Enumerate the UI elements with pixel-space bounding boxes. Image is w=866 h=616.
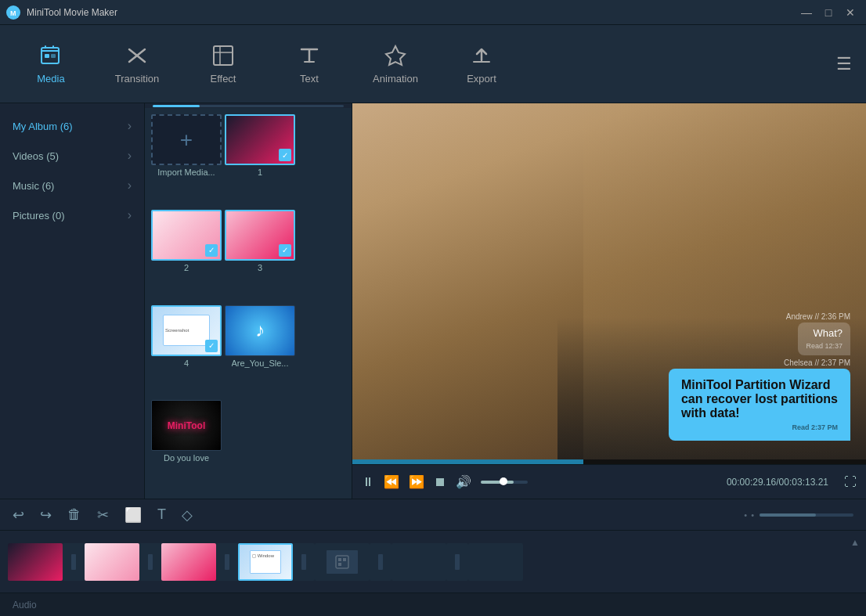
timecode: 00:00:29.16/00:03:13.21 [727, 477, 828, 488]
redo-button[interactable]: ↪ [40, 506, 52, 524]
media-item-3[interactable]: ✓ 3 [225, 210, 295, 302]
crop-button[interactable]: ⬜ [124, 506, 142, 524]
check-icon: ✓ [279, 149, 291, 161]
svg-rect-8 [338, 558, 341, 561]
toolbar-text-label: Text [300, 73, 319, 85]
timeline-item-3[interactable] [161, 543, 216, 581]
media-thumb-4: Screenshot ✓ [151, 305, 222, 356]
timeline-scroll-area[interactable]: ◻ Window [0, 531, 866, 593]
timeline-separator-6 [446, 543, 468, 581]
timeline-item-7[interactable] [468, 543, 523, 581]
toolbar-item-text[interactable]: Text [266, 29, 352, 99]
preview-panel: Andrew // 2:36 PM What? Read 12:37 Chels… [352, 103, 866, 499]
sidebar-item-my-album[interactable]: My Album (6) › [0, 111, 144, 141]
effect-tool-button[interactable]: ◇ [182, 506, 193, 524]
stop-button[interactable]: ⏹ [434, 475, 446, 489]
media-grid: + Import Media... ✓ 1 ✓ 2 ✓ [145, 108, 352, 499]
volume-icon[interactable]: 🔊 [456, 474, 471, 489]
timeline-area: ↩ ↪ 🗑 ✂ ⬜ T ◇ • • ▲ [0, 499, 866, 593]
pause-button[interactable]: ⏸ [362, 475, 374, 489]
media-item-space[interactable]: MiniTool Do you love [151, 400, 222, 492]
text-tool-button[interactable]: T [157, 506, 166, 523]
tl-thumb-7 [468, 543, 523, 581]
sidebar: My Album (6) › Videos (5) › Music (6) › … [0, 103, 145, 499]
forward-button[interactable]: ⏩ [409, 474, 424, 489]
menu-icon[interactable]: ☰ [830, 48, 858, 81]
media-label-3: 3 [258, 263, 262, 272]
sidebar-videos-label: Videos (5) [13, 150, 59, 162]
titlebar-left: M MiniTool Movie Maker [6, 5, 117, 20]
timeline-zoom-dots: • • [744, 510, 755, 520]
timeline-zoom-slider[interactable] [760, 513, 853, 517]
chat-bubble-2: MiniTool Partition Wizardcan recover los… [669, 369, 850, 441]
timeline-item-2[interactable] [85, 543, 139, 581]
chat-read-2: Read 2:37 PM [681, 423, 838, 431]
fullscreen-button[interactable]: ⛶ [844, 475, 857, 489]
media-thumb-1: ✓ [225, 114, 295, 165]
timeline-item-1[interactable] [8, 543, 63, 581]
media-item-4[interactable]: Screenshot ✓ 4 [151, 305, 222, 398]
timeline-separator-4 [293, 543, 315, 581]
sidebar-item-videos[interactable]: Videos (5) › [0, 141, 144, 171]
sidebar-my-album-label: My Album (6) [13, 121, 73, 132]
timeline-item-4-active[interactable]: ◻ Window [238, 543, 293, 581]
chevron-right-icon: › [128, 178, 132, 193]
timeline-item-6[interactable] [392, 543, 446, 581]
media-item-2[interactable]: ✓ 2 [151, 210, 222, 302]
app-title: MiniTool Movie Maker [27, 7, 117, 18]
media-thumb-2: ✓ [151, 210, 222, 261]
audio-bar: Audio [0, 593, 866, 616]
media-item-1[interactable]: ✓ 1 [225, 114, 295, 207]
check-icon: ✓ [205, 340, 218, 352]
media-label-space: Do you love [164, 453, 209, 463]
volume-slider[interactable] [481, 481, 528, 484]
sidebar-item-music[interactable]: Music (6) › [0, 171, 144, 200]
tl-thumb-4: ◻ Window [238, 543, 293, 581]
import-thumb: + [151, 114, 222, 165]
chat-sender-1: Andrew // 2:36 PM [786, 312, 850, 321]
media-label-1: 1 [258, 168, 262, 177]
media-thumb-space: MiniTool [151, 400, 222, 451]
media-thumb-music: ♪ [225, 305, 295, 356]
chat-read-1: Read 12:37 [806, 342, 843, 350]
audio-label: Audio [13, 600, 37, 611]
app-logo: M [6, 5, 20, 20]
toolbar-item-effect[interactable]: Effect [180, 29, 266, 99]
tl-thumb-5 [315, 543, 370, 581]
sidebar-item-pictures[interactable]: Pictures (0) › [0, 200, 144, 230]
tl-thumb-3 [161, 543, 216, 581]
toolbar-item-transition[interactable]: Transition [94, 29, 180, 99]
toolbar: Media Transition Effect Text Animation [0, 25, 866, 103]
timeline-separator-1 [63, 543, 85, 581]
undo-button[interactable]: ↩ [13, 506, 24, 524]
timeline-separator-3 [216, 543, 238, 581]
delete-button[interactable]: 🗑 [67, 506, 81, 523]
timeline-item-5[interactable] [315, 543, 370, 581]
sidebar-music-label: Music (6) [13, 180, 54, 192]
timeline-toolbar: ↩ ↪ 🗑 ✂ ⬜ T ◇ • • [0, 499, 866, 531]
chat-bubble-1: What? Read 12:37 [798, 322, 850, 355]
tl-thumb-6 [392, 543, 446, 581]
tl-thumb-2 [85, 543, 139, 581]
media-label-4: 4 [184, 358, 189, 368]
import-media-item[interactable]: + Import Media... [151, 114, 222, 207]
toolbar-animation-label: Animation [373, 73, 418, 85]
cut-button[interactable]: ✂ [97, 506, 109, 524]
media-panel: + Import Media... ✓ 1 ✓ 2 ✓ [145, 103, 352, 499]
toolbar-item-export[interactable]: Export [438, 29, 525, 99]
preview-video: Andrew // 2:36 PM What? Read 12:37 Chels… [352, 103, 866, 459]
toolbar-item-media[interactable]: Media [8, 29, 94, 99]
import-label: Import Media... [157, 168, 215, 177]
toolbar-item-animation[interactable]: Animation [352, 29, 438, 99]
main-area: My Album (6) › Videos (5) › Music (6) › … [0, 103, 866, 499]
toolbar-media-label: Media [37, 73, 64, 85]
media-item-music[interactable]: ♪ Are_You_Sle... [225, 305, 295, 398]
minimize-button[interactable]: — [797, 3, 816, 22]
rewind-button[interactable]: ⏪ [384, 474, 399, 489]
scrollbar-track [153, 105, 344, 107]
maximize-button[interactable]: □ [819, 3, 838, 22]
scrollbar-thumb [153, 105, 200, 107]
close-button[interactable]: ✕ [841, 3, 860, 22]
volume-thumb [500, 477, 507, 485]
media-thumb-3: ✓ [225, 210, 295, 261]
